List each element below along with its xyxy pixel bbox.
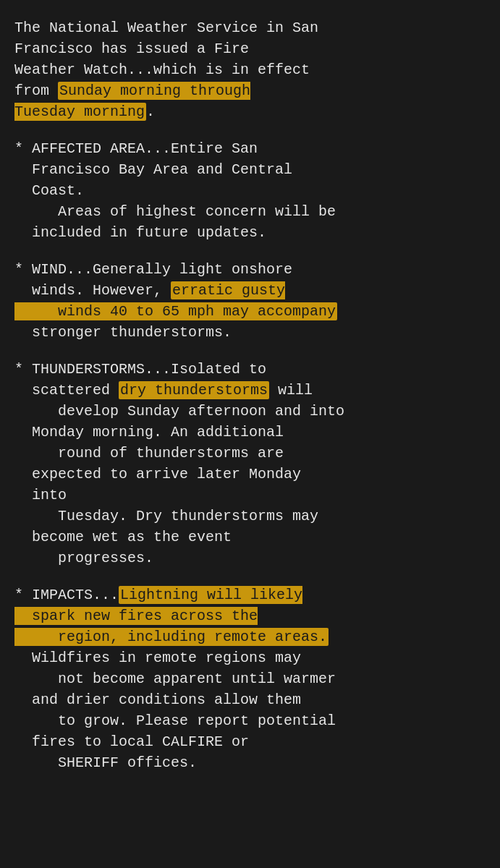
affected-area-text: * AFFECTED AREA...Entire San Francisco B… [14,138,486,243]
impacts-text: * IMPACTS...Lightning will likely spark … [14,584,486,773]
thunderstorms-text: * THUNDERSTORMS...Isolated to scattered … [14,359,486,569]
impacts-part2: Wildfires in remote regions may not beco… [14,650,336,771]
intro-section: The National Weather Service in San Fran… [14,17,486,122]
thunderstorms-highlight1: dry thunderstorms [119,381,269,399]
intro-text: The National Weather Service in San Fran… [14,17,486,122]
thunderstorms-part2: will develop Sunday afternoon and into M… [14,382,344,566]
thunderstorms-section: * THUNDERSTORMS...Isolated to scattered … [14,359,486,569]
impacts-part1: * IMPACTS... [14,587,119,603]
main-content: The National Weather Service in San Fran… [14,17,486,773]
wind-part2: stronger thunderstorms. [14,324,232,341]
impacts-section: * IMPACTS...Lightning will likely spark … [14,584,486,773]
wind-section: * WIND...Generally light onshore winds. … [14,259,486,343]
wind-text: * WIND...Generally light onshore winds. … [14,259,486,343]
affected-area-section: * AFFECTED AREA...Entire San Francisco B… [14,138,486,243]
intro-part2: . [146,103,155,120]
